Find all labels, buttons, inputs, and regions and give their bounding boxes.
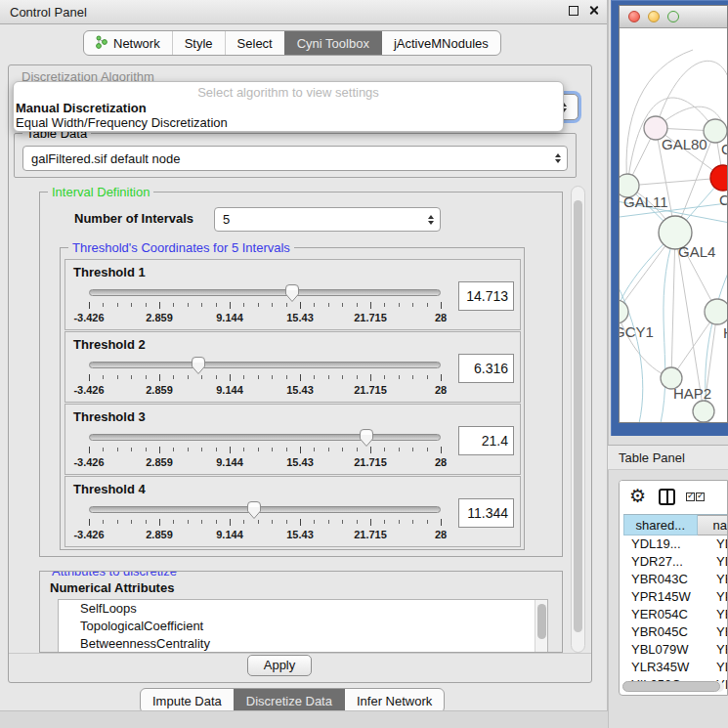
tab-network[interactable]: Network	[84, 31, 172, 55]
threshold-value-field[interactable]: 21.4	[458, 426, 514, 455]
network-node[interactable]	[705, 299, 727, 324]
table-horizontal-scrollbar[interactable]	[622, 681, 724, 692]
number-of-intervals-value: 5	[223, 212, 230, 227]
tab-jactivemnodules[interactable]: jActiveMNodules	[381, 31, 500, 55]
slider-ticks	[89, 519, 441, 527]
threshold-slider-track[interactable]	[89, 434, 441, 441]
panel-title: Control Panel	[10, 5, 87, 20]
table-cell: YPR1	[707, 588, 727, 606]
attribute-item[interactable]: TopologicalCoefficient	[59, 618, 547, 635]
network-node[interactable]	[710, 165, 727, 191]
close-icon[interactable]	[588, 5, 599, 16]
table-row[interactable]: YPR145WYPR1	[623, 588, 727, 606]
network-node[interactable]	[693, 401, 714, 422]
column-header-name[interactable]: na	[698, 515, 727, 535]
threshold-value-field[interactable]: 6.316	[458, 354, 514, 383]
threshold-value-field[interactable]: 11.344	[458, 498, 514, 528]
gear-icon[interactable]: ⚙	[629, 487, 646, 506]
column-header-shared-name[interactable]: shared...	[623, 515, 698, 535]
tab-impute-data[interactable]: Impute Data	[141, 689, 234, 712]
checkbox-icon	[686, 492, 695, 501]
table-cell: YBL079W	[623, 641, 707, 659]
threshold-slider-thumb[interactable]	[284, 283, 300, 303]
table-cell: YER0	[707, 606, 727, 623]
threshold-slider-thumb[interactable]	[359, 428, 374, 448]
threshold-slider-thumb[interactable]	[246, 500, 262, 520]
split-columns-icon[interactable]	[659, 489, 675, 505]
tab-style-label: Style	[185, 36, 213, 51]
network-node-label: H	[723, 324, 727, 341]
tab-discretize-data-label: Discretize Data	[246, 694, 332, 708]
tab-cyni-toolbox[interactable]: Cyni Toolbox	[284, 31, 381, 55]
table-cell: YBR0	[707, 623, 727, 641]
network-node[interactable]	[620, 300, 628, 323]
combobox-stepper-icon	[555, 153, 561, 163]
tab-infer-network-label: Infer Network	[357, 694, 432, 708]
table-cell: YBR043C	[623, 571, 707, 588]
thresholds-group: Threshold's Coordinates for 5 Intervals …	[60, 247, 525, 550]
network-window-titlebar[interactable]	[620, 6, 727, 28]
table-row[interactable]: YBR045CYBR0	[623, 623, 727, 641]
number-of-intervals-combobox[interactable]: 5	[214, 207, 441, 232]
threshold-sliders: Threshold 1 -3.4262.8599.14415.4321.7152…	[64, 259, 521, 548]
application-window: Control Panel Network St	[0, 0, 728, 728]
interval-definition-group: Interval Definition Number of Intervals …	[39, 192, 563, 557]
threshold-slider-track[interactable]	[89, 506, 441, 513]
attribute-item[interactable]: BetweennessCentrality	[59, 635, 547, 653]
table-cell: YLR3	[707, 659, 727, 676]
threshold-slider-track[interactable]	[89, 362, 441, 368]
tab-discretize-data[interactable]: Discretize Data	[234, 689, 344, 712]
panel-vertical-scrollbar[interactable]	[571, 186, 585, 653]
table-row[interactable]: YBL079WYBL0	[623, 641, 727, 659]
tab-impute-data-label: Impute Data	[152, 694, 222, 708]
node-table-panel: ⚙ shared... na YDL19...YDL1YDR27...YDR2Y…	[619, 480, 728, 696]
apply-button[interactable]: Apply	[247, 655, 312, 676]
network-nodes: GAL80GCGAL11GAL4GCY1HHAP2	[620, 116, 727, 422]
table-data-group: Table Data galFiltered.sif default node	[14, 133, 577, 178]
numerical-attributes-list[interactable]: SelfLoopsTopologicalCoefficientBetweenne…	[58, 599, 548, 653]
tab-select-label: Select	[237, 36, 273, 51]
table-data-combobox[interactable]: galFiltered.sif default node	[22, 146, 568, 171]
attribute-item[interactable]: SelfLoops	[59, 600, 547, 618]
table-data-selected-value: galFiltered.sif default node	[31, 151, 180, 166]
float-window-icon[interactable]	[569, 6, 578, 16]
checkbox-icon	[696, 492, 705, 501]
attributes-list-scrollbar[interactable]	[535, 600, 547, 653]
zoom-traffic-light-icon[interactable]	[667, 11, 679, 22]
table-panel-title: Table Panel	[619, 450, 685, 465]
network-node-label: GCY1	[620, 323, 654, 340]
minimize-traffic-light-icon[interactable]	[648, 11, 660, 22]
table-row[interactable]: YBR043CYBR0	[623, 571, 727, 588]
table-row[interactable]: YDR27...YDR2	[623, 553, 727, 571]
table-row[interactable]: YDL19...YDL1	[623, 535, 727, 553]
table-cell: YER054C	[623, 606, 707, 623]
network-canvas[interactable]: GAL80GCGAL11GAL4GCY1HHAP2	[620, 28, 727, 423]
threshold-label: Threshold 2	[73, 337, 146, 352]
tab-network-label: Network	[113, 36, 160, 51]
dropdown-option-equal-width[interactable]: Equal Width/Frequency Discretization	[14, 115, 563, 130]
table-panel-titlebar: Table Panel	[608, 445, 728, 470]
dropdown-option-manual-discretization[interactable]: Manual Discretization	[14, 101, 563, 115]
number-of-intervals-label: Number of Intervals	[74, 211, 193, 226]
slider-tick-labels: -3.4262.8599.14415.4321.71528	[89, 456, 441, 468]
close-traffic-light-icon[interactable]	[628, 11, 640, 22]
network-tab-icon	[96, 35, 107, 52]
table-header-row: shared... na	[623, 514, 727, 535]
table-cell: YBL0	[707, 641, 727, 659]
network-node-label: C	[719, 192, 727, 208]
attributes-group: Attributes to discretize Numerical Attri…	[39, 571, 563, 653]
slider-tick-labels: -3.4262.8599.14415.4321.71528	[89, 529, 441, 540]
network-node[interactable]	[704, 119, 727, 143]
control-panel: Control Panel Network St	[0, 0, 608, 728]
table-row[interactable]: YLR345WYLR3	[623, 659, 727, 676]
threshold-slider-track[interactable]	[89, 289, 441, 296]
threshold-value-field[interactable]: 14.713	[458, 281, 514, 311]
threshold-slider-thumb[interactable]	[191, 356, 206, 375]
tab-select[interactable]: Select	[225, 31, 284, 55]
table-row[interactable]: YER054CYER0	[623, 606, 727, 623]
table-cell: YDR27...	[623, 553, 707, 571]
select-columns-checkboxes-icon[interactable]	[686, 492, 705, 501]
tab-infer-network[interactable]: Infer Network	[344, 689, 444, 712]
tab-style[interactable]: Style	[172, 31, 225, 55]
tab-cyni-toolbox-label: Cyni Toolbox	[297, 36, 369, 51]
